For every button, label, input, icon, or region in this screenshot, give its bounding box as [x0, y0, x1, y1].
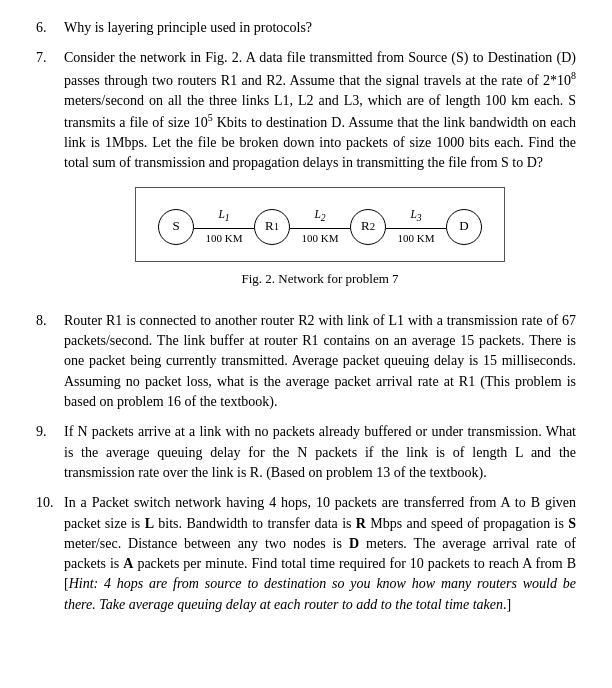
q9-number: 9. — [36, 422, 64, 442]
link-L3-label: L3 — [410, 206, 421, 225]
bold-S: S — [568, 516, 576, 531]
q8-text: Router R1 is connected to another router… — [64, 311, 576, 412]
q7-number: 7. — [36, 48, 64, 68]
q10-number: 10. — [36, 493, 64, 513]
network-diagram-container: S L1 100 KM R1 L2 100 — [64, 187, 576, 292]
node-R1: R1 — [254, 209, 290, 245]
node-S: S — [158, 209, 194, 245]
bold-L: L — [145, 516, 154, 531]
link-L1-label: L1 — [218, 206, 229, 225]
question-7: 7. Consider the network in Fig. 2. A dat… — [36, 48, 576, 301]
link-L1: L1 100 KM — [194, 206, 254, 247]
link-L3-line — [386, 228, 446, 230]
link-L3-dist: 100 KM — [398, 231, 435, 247]
bold-R: R — [356, 516, 366, 531]
link-L2-dist: 100 KM — [302, 231, 339, 247]
q6-number: 6. — [36, 18, 64, 38]
q8-number: 8. — [36, 311, 64, 331]
q7-content: Consider the network in Fig. 2. A data f… — [64, 48, 576, 301]
node-R2: R2 — [350, 209, 386, 245]
link-L2-line — [290, 228, 350, 230]
hint-text: Hint: 4 hops are from source to destinat… — [64, 576, 576, 611]
link-L3: L3 100 KM — [386, 206, 446, 247]
q7-text-para: Consider the network in Fig. 2. A data f… — [64, 48, 576, 173]
bold-A: A — [123, 556, 133, 571]
q6-text: Why is layering principle used in protoc… — [64, 18, 576, 38]
q9-text: If N packets arrive at a link with no pa… — [64, 422, 576, 483]
question-8: 8. Router R1 is connected to another rou… — [36, 311, 576, 412]
diagram-inner: S L1 100 KM R1 L2 100 — [158, 206, 482, 247]
question-6: 6. Why is layering principle used in pro… — [36, 18, 576, 38]
link-L1-dist: 100 KM — [206, 231, 243, 247]
question-10: 10. In a Packet switch network having 4 … — [36, 493, 576, 615]
q10-text: In a Packet switch network having 4 hops… — [64, 493, 576, 615]
fig-caption: Fig. 2. Network for problem 7 — [241, 270, 398, 289]
link-L1-line — [194, 228, 254, 230]
diagram-box: S L1 100 KM R1 L2 100 — [135, 187, 505, 262]
node-D: D — [446, 209, 482, 245]
question-9: 9. If N packets arrive at a link with no… — [36, 422, 576, 483]
link-L2: L2 100 KM — [290, 206, 350, 247]
bold-D: D — [349, 536, 359, 551]
question-list: 6. Why is layering principle used in pro… — [36, 18, 576, 615]
link-L2-label: L2 — [314, 206, 325, 225]
